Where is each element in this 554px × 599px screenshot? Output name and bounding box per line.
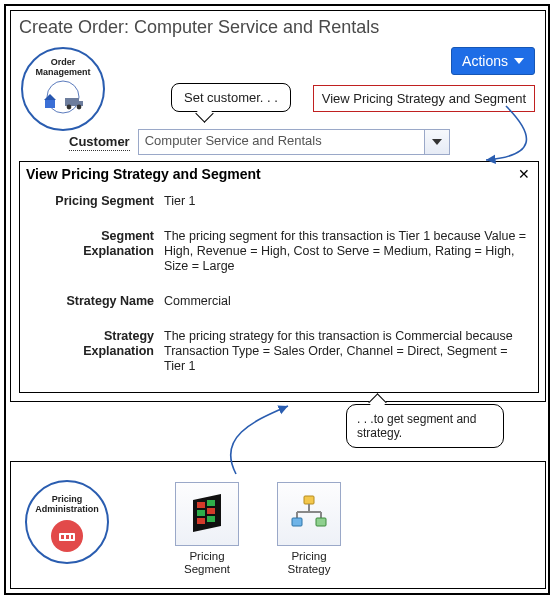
svg-rect-12 <box>197 502 205 508</box>
order-management-badge-line2: Management <box>35 67 90 77</box>
customer-row: Customer Computer Service and Rentals <box>69 129 539 155</box>
strategy-explanation-label: Strategy Explanation <box>30 329 154 374</box>
order-management-panel: Create Order: Computer Service and Renta… <box>10 10 546 402</box>
order-management-icon <box>35 80 91 114</box>
callout-get-segment-strategy-text: . . .to get segment and strategy. <box>357 412 476 440</box>
svg-rect-13 <box>207 500 215 506</box>
pricing-segment-label: Pricing Segment <box>30 194 154 209</box>
pricing-strategy-icon <box>277 482 341 546</box>
customer-select-arrow[interactable] <box>424 130 449 154</box>
svg-rect-15 <box>207 508 215 514</box>
dialog-close-button[interactable]: ✕ <box>516 166 532 182</box>
order-management-badge: Order Management <box>21 47 105 131</box>
svg-rect-8 <box>61 535 64 539</box>
page-title: Create Order: Computer Service and Renta… <box>11 11 545 42</box>
svg-marker-2 <box>44 94 56 100</box>
pricing-segment-value: Tier 1 <box>164 194 528 209</box>
callout-set-customer: Set customer. . . <box>171 83 291 112</box>
menu-item-view-pricing-strategy[interactable]: View Pricing Strategy and Segment <box>313 85 535 112</box>
customer-label: Customer <box>69 134 130 151</box>
customer-select-value: Computer Service and Rentals <box>139 130 424 154</box>
svg-point-5 <box>67 105 72 110</box>
svg-rect-17 <box>207 516 215 522</box>
menu-item-view-pricing-strategy-label: View Pricing Strategy and Segment <box>322 91 526 106</box>
pricing-strategy-tile[interactable]: Pricing Strategy <box>273 482 345 576</box>
chevron-down-icon <box>514 58 524 64</box>
chevron-down-icon <box>432 139 442 145</box>
svg-rect-1 <box>45 100 55 108</box>
actions-button[interactable]: Actions <box>451 47 535 75</box>
segment-explanation-label: Segment Explanation <box>30 229 154 274</box>
svg-rect-3 <box>65 98 79 106</box>
svg-rect-14 <box>197 510 205 516</box>
dialog-title: View Pricing Strategy and Segment <box>26 166 261 182</box>
pricing-administration-badge-line2: Administration <box>35 504 99 514</box>
callout-get-segment-strategy: . . .to get segment and strategy. <box>346 404 504 448</box>
pricing-strategy-tile-line2: Strategy <box>288 563 331 575</box>
callout-set-customer-text: Set customer. . . <box>184 90 278 105</box>
customer-select[interactable]: Computer Service and Rentals <box>138 129 450 155</box>
order-management-badge-line1: Order <box>51 57 76 67</box>
pricing-administration-panel: Pricing Administration <box>10 461 546 589</box>
strategy-name-value: Commercial <box>164 294 528 309</box>
svg-rect-16 <box>197 518 205 524</box>
pricing-segment-tile[interactable]: Pricing Segment <box>171 482 243 576</box>
svg-rect-18 <box>304 496 314 504</box>
svg-point-6 <box>77 105 82 110</box>
segment-explanation-value: The pricing segment for this transaction… <box>164 229 528 274</box>
strategy-name-label: Strategy Name <box>30 294 154 309</box>
strategy-explanation-value: The pricing strategy for this transactio… <box>164 329 528 374</box>
actions-button-label: Actions <box>462 53 508 69</box>
pricing-segment-icon <box>175 482 239 546</box>
view-pricing-strategy-dialog: View Pricing Strategy and Segment ✕ Pric… <box>19 161 539 393</box>
svg-rect-24 <box>316 518 326 526</box>
pricing-segment-tile-line1: Pricing <box>189 550 224 562</box>
pricing-segment-tile-line2: Segment <box>184 563 230 575</box>
pricing-strategy-tile-line1: Pricing <box>291 550 326 562</box>
svg-rect-9 <box>66 535 69 539</box>
pricing-administration-badge-line1: Pricing <box>52 494 83 504</box>
svg-rect-23 <box>292 518 302 526</box>
svg-rect-10 <box>71 535 73 539</box>
pricing-admin-icon <box>51 520 83 552</box>
pricing-administration-badge: Pricing Administration <box>25 480 109 564</box>
